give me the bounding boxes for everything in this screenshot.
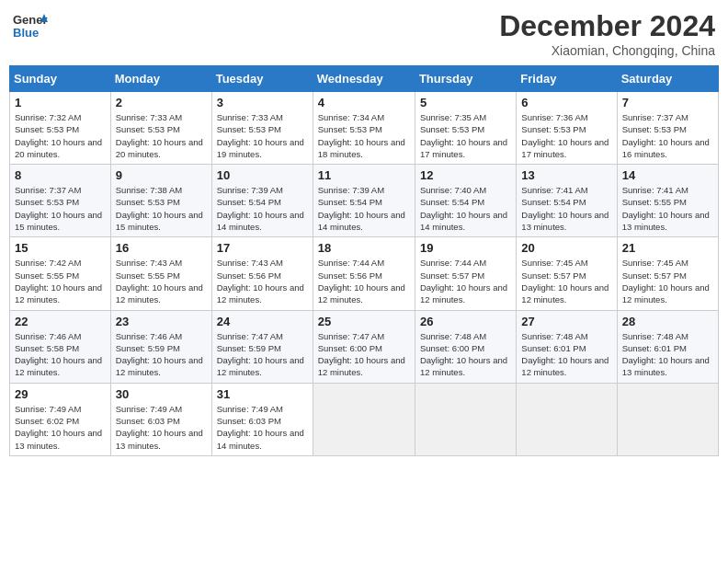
day-number: 6 xyxy=(521,96,611,109)
day-number: 26 xyxy=(420,315,511,328)
table-row: 5Sunrise: 7:35 AM Sunset: 5:53 PM Daylig… xyxy=(415,92,516,165)
day-info: Sunrise: 7:38 AM Sunset: 5:53 PM Dayligh… xyxy=(116,184,207,233)
calendar-week-row: 22Sunrise: 7:46 AM Sunset: 5:58 PM Dayli… xyxy=(10,310,719,383)
day-number: 21 xyxy=(622,241,713,255)
day-number: 19 xyxy=(420,241,511,255)
table-row: 10Sunrise: 7:39 AM Sunset: 5:54 PM Dayli… xyxy=(211,165,313,237)
table-row: 25Sunrise: 7:47 AM Sunset: 6:00 PM Dayli… xyxy=(313,310,415,383)
day-number: 27 xyxy=(521,315,611,328)
day-info: Sunrise: 7:40 AM Sunset: 5:54 PM Dayligh… xyxy=(420,184,511,233)
table-row: 14Sunrise: 7:41 AM Sunset: 5:55 PM Dayli… xyxy=(617,165,718,237)
day-number: 23 xyxy=(116,315,207,328)
logo-icon: General Blue xyxy=(13,9,48,44)
month-title: December 2024 xyxy=(499,9,715,43)
table-row xyxy=(517,383,617,455)
col-sunday: Sunday xyxy=(10,66,111,92)
calendar-table: Sunday Monday Tuesday Wednesday Thursday… xyxy=(9,65,719,456)
col-friday: Friday xyxy=(517,66,617,92)
day-number: 7 xyxy=(622,96,713,109)
day-number: 8 xyxy=(15,168,106,182)
day-number: 17 xyxy=(217,241,308,255)
day-info: Sunrise: 7:44 AM Sunset: 5:56 PM Dayligh… xyxy=(318,257,410,305)
table-row: 19Sunrise: 7:44 AM Sunset: 5:57 PM Dayli… xyxy=(415,237,516,310)
table-row: 26Sunrise: 7:48 AM Sunset: 6:00 PM Dayli… xyxy=(415,310,516,383)
day-info: Sunrise: 7:41 AM Sunset: 5:55 PM Dayligh… xyxy=(622,184,713,233)
table-row: 28Sunrise: 7:48 AM Sunset: 6:01 PM Dayli… xyxy=(617,310,718,383)
location: Xiaomian, Chongqing, China xyxy=(499,43,715,58)
day-info: Sunrise: 7:46 AM Sunset: 5:58 PM Dayligh… xyxy=(15,330,106,379)
calendar-week-row: 15Sunrise: 7:42 AM Sunset: 5:55 PM Dayli… xyxy=(10,237,719,310)
day-number: 1 xyxy=(15,96,106,109)
day-info: Sunrise: 7:49 AM Sunset: 6:03 PM Dayligh… xyxy=(116,403,207,452)
day-info: Sunrise: 7:47 AM Sunset: 6:00 PM Dayligh… xyxy=(318,330,410,379)
day-info: Sunrise: 7:37 AM Sunset: 5:53 PM Dayligh… xyxy=(15,184,106,233)
day-info: Sunrise: 7:34 AM Sunset: 5:53 PM Dayligh… xyxy=(318,111,410,160)
day-info: Sunrise: 7:35 AM Sunset: 5:53 PM Dayligh… xyxy=(420,111,511,160)
day-info: Sunrise: 7:39 AM Sunset: 5:54 PM Dayligh… xyxy=(318,184,410,233)
day-info: Sunrise: 7:33 AM Sunset: 5:53 PM Dayligh… xyxy=(217,111,308,160)
day-number: 10 xyxy=(217,168,308,182)
table-row: 13Sunrise: 7:41 AM Sunset: 5:54 PM Dayli… xyxy=(517,165,617,237)
day-info: Sunrise: 7:45 AM Sunset: 5:57 PM Dayligh… xyxy=(622,257,713,305)
table-row: 11Sunrise: 7:39 AM Sunset: 5:54 PM Dayli… xyxy=(313,165,415,237)
day-number: 31 xyxy=(217,387,308,401)
table-row: 22Sunrise: 7:46 AM Sunset: 5:58 PM Dayli… xyxy=(10,310,111,383)
day-number: 12 xyxy=(420,168,511,182)
calendar-week-row: 1Sunrise: 7:32 AM Sunset: 5:53 PM Daylig… xyxy=(10,92,719,165)
table-row: 6Sunrise: 7:36 AM Sunset: 5:53 PM Daylig… xyxy=(517,92,617,165)
table-row: 23Sunrise: 7:46 AM Sunset: 5:59 PM Dayli… xyxy=(110,310,211,383)
table-row: 31Sunrise: 7:49 AM Sunset: 6:03 PM Dayli… xyxy=(211,383,313,455)
day-number: 4 xyxy=(318,96,410,109)
table-row: 12Sunrise: 7:40 AM Sunset: 5:54 PM Dayli… xyxy=(415,165,516,237)
col-saturday: Saturday xyxy=(617,66,718,92)
day-number: 13 xyxy=(521,168,611,182)
col-monday: Monday xyxy=(110,66,211,92)
day-info: Sunrise: 7:36 AM Sunset: 5:53 PM Dayligh… xyxy=(521,111,611,160)
table-row: 16Sunrise: 7:43 AM Sunset: 5:55 PM Dayli… xyxy=(110,237,211,310)
table-row: 24Sunrise: 7:47 AM Sunset: 5:59 PM Dayli… xyxy=(211,310,313,383)
day-number: 28 xyxy=(622,315,713,328)
day-number: 30 xyxy=(116,387,207,401)
day-info: Sunrise: 7:49 AM Sunset: 6:02 PM Dayligh… xyxy=(15,403,106,452)
day-info: Sunrise: 7:43 AM Sunset: 5:56 PM Dayligh… xyxy=(217,257,308,305)
table-row: 2Sunrise: 7:33 AM Sunset: 5:53 PM Daylig… xyxy=(110,92,211,165)
title-block: December 2024 Xiaomian, Chongqing, China xyxy=(499,9,715,58)
table-row xyxy=(313,383,415,455)
table-row: 1Sunrise: 7:32 AM Sunset: 5:53 PM Daylig… xyxy=(10,92,111,165)
day-number: 3 xyxy=(217,96,308,109)
day-number: 22 xyxy=(15,315,106,328)
col-wednesday: Wednesday xyxy=(313,66,415,92)
logo: General Blue xyxy=(13,9,48,48)
day-info: Sunrise: 7:48 AM Sunset: 6:00 PM Dayligh… xyxy=(420,330,511,379)
day-info: Sunrise: 7:49 AM Sunset: 6:03 PM Dayligh… xyxy=(217,403,308,452)
day-number: 5 xyxy=(420,96,511,109)
table-row xyxy=(617,383,718,455)
table-row: 29Sunrise: 7:49 AM Sunset: 6:02 PM Dayli… xyxy=(10,383,111,455)
day-number: 29 xyxy=(15,387,106,401)
day-info: Sunrise: 7:39 AM Sunset: 5:54 PM Dayligh… xyxy=(217,184,308,233)
table-row: 3Sunrise: 7:33 AM Sunset: 5:53 PM Daylig… xyxy=(211,92,313,165)
table-row: 17Sunrise: 7:43 AM Sunset: 5:56 PM Dayli… xyxy=(211,237,313,310)
day-number: 18 xyxy=(318,241,410,255)
day-number: 2 xyxy=(116,96,207,109)
day-info: Sunrise: 7:46 AM Sunset: 5:59 PM Dayligh… xyxy=(116,330,207,379)
svg-text:Blue: Blue xyxy=(13,26,39,40)
day-number: 16 xyxy=(116,241,207,255)
day-number: 11 xyxy=(318,168,410,182)
day-number: 14 xyxy=(622,168,713,182)
day-info: Sunrise: 7:41 AM Sunset: 5:54 PM Dayligh… xyxy=(521,184,611,233)
col-thursday: Thursday xyxy=(415,66,516,92)
day-info: Sunrise: 7:44 AM Sunset: 5:57 PM Dayligh… xyxy=(420,257,511,305)
day-info: Sunrise: 7:43 AM Sunset: 5:55 PM Dayligh… xyxy=(116,257,207,305)
day-info: Sunrise: 7:33 AM Sunset: 5:53 PM Dayligh… xyxy=(116,111,207,160)
day-number: 20 xyxy=(521,241,611,255)
day-info: Sunrise: 7:42 AM Sunset: 5:55 PM Dayligh… xyxy=(15,257,106,305)
table-row: 27Sunrise: 7:48 AM Sunset: 6:01 PM Dayli… xyxy=(517,310,617,383)
calendar-header-row: Sunday Monday Tuesday Wednesday Thursday… xyxy=(10,66,719,92)
table-row: 4Sunrise: 7:34 AM Sunset: 5:53 PM Daylig… xyxy=(313,92,415,165)
calendar-week-row: 29Sunrise: 7:49 AM Sunset: 6:02 PM Dayli… xyxy=(10,383,719,455)
day-info: Sunrise: 7:48 AM Sunset: 6:01 PM Dayligh… xyxy=(622,330,713,379)
day-number: 24 xyxy=(217,315,308,328)
day-info: Sunrise: 7:45 AM Sunset: 5:57 PM Dayligh… xyxy=(521,257,611,305)
table-row: 8Sunrise: 7:37 AM Sunset: 5:53 PM Daylig… xyxy=(10,165,111,237)
